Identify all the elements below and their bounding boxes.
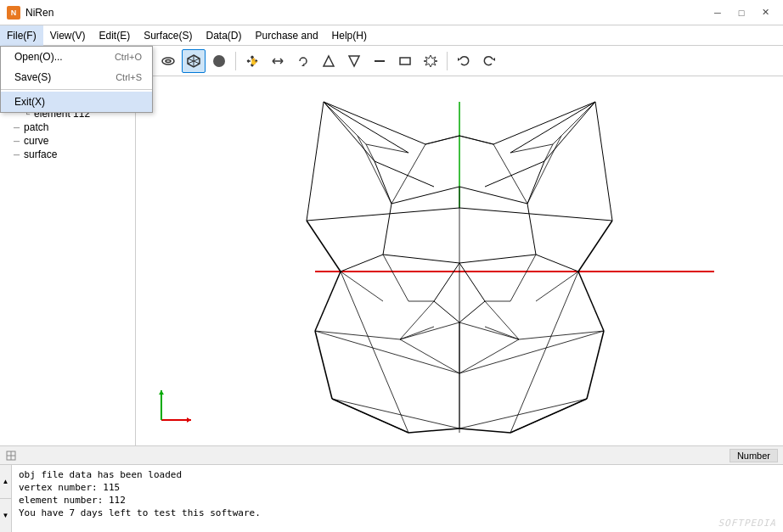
status-left [5, 450, 17, 462]
menu-purchase[interactable]: Purchase and [249, 25, 325, 46]
svg-marker-40 [424, 55, 437, 67]
tree-item-patch[interactable]: ─ patch [0, 120, 135, 134]
sidebar: ⊟ data └ vertex 115 └ element 112 ─ patc… [0, 76, 136, 445]
title-bar: N NiRen ─ □ ✕ [0, 0, 783, 25]
log-scroll-controls: ▲ ▼ [0, 465, 12, 532]
menu-data[interactable]: Data(D) [200, 25, 249, 46]
log-line-1: obj file data has been loaded [19, 468, 778, 481]
softpedia-watermark: SOFTPEDIA [718, 518, 776, 529]
log-area: ▲ ▼ obj file data has been loaded vertex… [0, 464, 783, 532]
menu-help[interactable]: Help(H) [325, 25, 374, 46]
viewport[interactable] [136, 76, 783, 445]
close-button[interactable]: ✕ [754, 4, 776, 21]
svg-text:✋: ✋ [250, 57, 258, 65]
menu-view[interactable]: View(V) [43, 25, 93, 46]
window-controls: ─ □ ✕ [707, 4, 776, 21]
toolbar-solid[interactable] [207, 49, 231, 73]
menu-separator [1, 89, 152, 90]
log-scroll-down[interactable]: ▼ [0, 499, 11, 532]
menu-edit[interactable]: Edit(E) [92, 25, 137, 46]
status-number: Number [729, 450, 778, 462]
toolbar-move[interactable] [266, 49, 290, 73]
title-left: N NiRen [7, 6, 54, 20]
app-icon: N [7, 6, 20, 20]
toolbar-rotate[interactable] [291, 49, 315, 73]
svg-point-22 [162, 58, 174, 64]
toolbar-spin[interactable] [419, 49, 442, 73]
log-line-3: element number: 112 [19, 494, 778, 507]
log-line-4: You have 7 days left to test this softwa… [19, 507, 778, 519]
toolbar-pan[interactable]: ✋ [240, 49, 264, 73]
model-canvas [136, 76, 783, 445]
toolbar-tri-down[interactable] [342, 49, 366, 73]
log-line-2: vertex number: 115 [19, 481, 778, 494]
tree-item-curve[interactable]: ─ curve [0, 134, 135, 148]
maximize-button[interactable]: □ [730, 4, 752, 21]
title-text: NiRen [25, 7, 54, 19]
svg-point-23 [166, 59, 171, 62]
menu-bar: File(F) View(V) Edit(E) Surface(S) Data(… [0, 25, 783, 46]
menu-surface[interactable]: Surface(S) [137, 25, 199, 46]
minimize-button[interactable]: ─ [707, 4, 729, 21]
file-dropdown: Open(O)... Ctrl+O Save(S) Ctrl+S Exit(X) [0, 46, 153, 113]
toolbar-sep-2 [447, 52, 448, 70]
svg-marker-124 [187, 417, 191, 423]
status-icon [5, 450, 17, 462]
toolbar-wireframe[interactable] [182, 49, 206, 73]
toolbar-sep-1 [235, 52, 236, 70]
svg-marker-42 [493, 58, 495, 61]
toolbar-redo[interactable] [477, 49, 501, 73]
toolbar-rect[interactable] [393, 49, 417, 73]
svg-marker-41 [458, 58, 460, 61]
menu-save[interactable]: Save(S) Ctrl+S [1, 67, 152, 87]
toolbar-line[interactable] [368, 49, 392, 73]
tree-item-surface[interactable]: ─ surface [0, 148, 135, 161]
status-bar: Number [0, 445, 783, 464]
svg-marker-126 [159, 390, 164, 395]
axis-indicator [153, 386, 195, 428]
menu-exit[interactable]: Exit(X) [1, 92, 152, 112]
main-area: ⊟ data └ vertex 115 └ element 112 ─ patc… [0, 76, 783, 445]
log-content: obj file data has been loaded vertex num… [19, 468, 778, 519]
toolbar-torus[interactable] [156, 49, 180, 73]
svg-marker-37 [349, 56, 359, 66]
toolbar-undo[interactable] [452, 49, 476, 73]
menu-open[interactable]: Open(O)... Ctrl+O [1, 47, 152, 67]
svg-marker-36 [324, 56, 334, 66]
toolbar-tri-up[interactable] [317, 49, 341, 73]
svg-point-28 [213, 55, 225, 67]
menu-file[interactable]: File(F) [0, 25, 43, 46]
log-scroll-up[interactable]: ▲ [0, 465, 11, 499]
svg-rect-39 [400, 58, 410, 64]
